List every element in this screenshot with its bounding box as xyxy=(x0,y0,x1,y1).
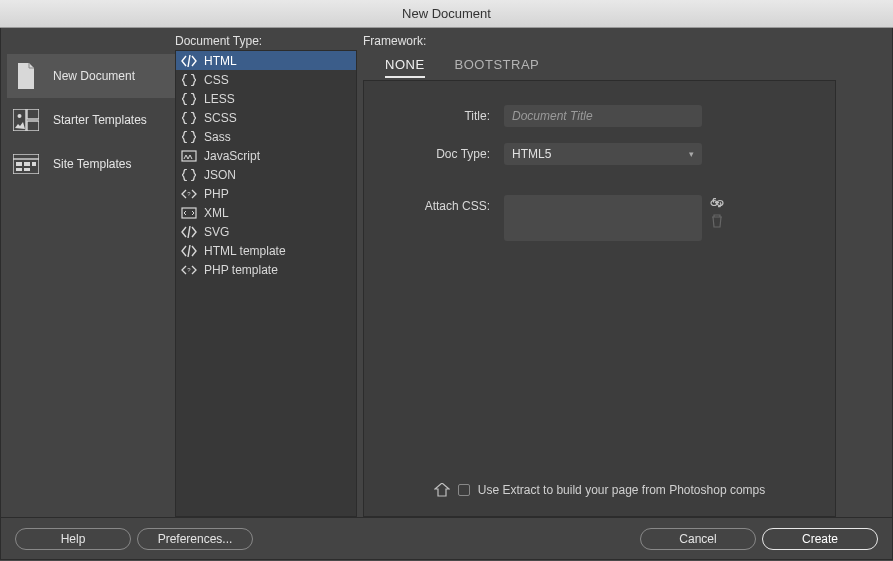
doctype-label: SCSS xyxy=(204,111,237,125)
doctype-label: HTML xyxy=(204,54,237,68)
extract-label: Use Extract to build your page from Phot… xyxy=(478,483,765,497)
doctype-item-scss[interactable]: SCSS xyxy=(176,108,356,127)
braces-icon xyxy=(180,168,198,182)
code-icon xyxy=(180,225,198,239)
braces-icon xyxy=(180,111,198,125)
chevron-down-icon: ▾ xyxy=(689,149,694,159)
doctype-item-svg[interactable]: SVG xyxy=(176,222,356,241)
doctype-label: XML xyxy=(204,206,229,220)
category-site-templates[interactable]: Site Templates xyxy=(7,142,175,186)
doctype-heading: Document Type: xyxy=(175,28,357,50)
extract-checkbox[interactable] xyxy=(458,484,470,496)
doctype-label: PHP xyxy=(204,187,229,201)
row-title: Title: xyxy=(364,105,835,127)
svg-rect-9 xyxy=(16,168,22,171)
braces-icon xyxy=(180,92,198,106)
framework-tabs: NONE BOOTSTRAP xyxy=(363,50,892,80)
doctype-select-value: HTML5 xyxy=(512,147,551,161)
doctype-label: SVG xyxy=(204,225,229,239)
templates-icon xyxy=(13,107,39,133)
category-label: New Document xyxy=(53,69,135,83)
braces-icon xyxy=(180,130,198,144)
link-css-icon[interactable] xyxy=(710,196,724,210)
doctype-label: LESS xyxy=(204,92,235,106)
category-label: Starter Templates xyxy=(53,113,147,127)
label-doctype: Doc Type: xyxy=(364,143,504,161)
doctype-label: Sass xyxy=(204,130,231,144)
window-titlebar: New Document xyxy=(0,0,893,28)
svg-text:?: ? xyxy=(187,191,191,197)
svg-text:?: ? xyxy=(187,267,191,273)
tab-none[interactable]: NONE xyxy=(385,57,425,78)
help-button[interactable]: Help xyxy=(15,528,131,550)
php-icon: ? xyxy=(180,263,198,277)
php-icon: ? xyxy=(180,187,198,201)
doctype-item-javascript[interactable]: JavaScript xyxy=(176,146,356,165)
doctype-item-sass[interactable]: Sass xyxy=(176,127,356,146)
extract-row: Use Extract to build your page from Phot… xyxy=(364,482,835,498)
category-sidebar: New Document Starter Templates Site Temp… xyxy=(1,28,175,517)
document-icon xyxy=(13,63,39,89)
js-icon xyxy=(180,149,198,163)
doctype-label: JSON xyxy=(204,168,236,182)
doctype-item-html-template[interactable]: HTML template xyxy=(176,241,356,260)
code-icon xyxy=(180,54,198,68)
create-button[interactable]: Create xyxy=(762,528,878,550)
doctype-item-json[interactable]: JSON xyxy=(176,165,356,184)
window-title: New Document xyxy=(402,6,491,21)
doctype-list[interactable]: HTML CSS LESS SCSS Sass JavaScript xyxy=(175,50,357,517)
label-title: Title: xyxy=(364,105,504,123)
label-attach-css: Attach CSS: xyxy=(364,195,504,213)
row-attach-css: Attach CSS: xyxy=(364,195,835,241)
dialog-footer: Help Preferences... Cancel Create xyxy=(0,518,893,560)
svg-rect-7 xyxy=(24,162,30,166)
category-new-document[interactable]: New Document xyxy=(7,54,175,98)
attach-css-list[interactable] xyxy=(504,195,702,241)
svg-rect-2 xyxy=(27,121,39,131)
framework-heading: Framework: xyxy=(363,28,892,50)
cancel-button[interactable]: Cancel xyxy=(640,528,756,550)
tab-bootstrap[interactable]: BOOTSTRAP xyxy=(455,57,540,78)
doctype-label: CSS xyxy=(204,73,229,87)
doctype-label: PHP template xyxy=(204,263,278,277)
svg-rect-6 xyxy=(16,162,22,166)
doctype-panel: Document Type: HTML CSS LESS SCSS Sass xyxy=(175,28,357,517)
code-icon xyxy=(180,244,198,258)
doctype-item-php-template[interactable]: ? PHP template xyxy=(176,260,356,279)
row-doctype: Doc Type: HTML5 ▾ xyxy=(364,143,835,165)
right-panel: Framework: NONE BOOTSTRAP Title: Doc Typ… xyxy=(357,28,892,517)
svg-point-3 xyxy=(18,114,22,118)
preferences-button[interactable]: Preferences... xyxy=(137,528,253,550)
site-icon xyxy=(13,151,39,177)
category-starter-templates[interactable]: Starter Templates xyxy=(7,98,175,142)
form-area: Title: Doc Type: HTML5 ▾ Attach CSS: xyxy=(363,80,836,517)
svg-rect-10 xyxy=(24,168,30,171)
doctype-select[interactable]: HTML5 ▾ xyxy=(504,143,702,165)
doctype-item-php[interactable]: ? PHP xyxy=(176,184,356,203)
doctype-item-css[interactable]: CSS xyxy=(176,70,356,89)
doctype-label: HTML template xyxy=(204,244,286,258)
category-label: Site Templates xyxy=(53,157,132,171)
doctype-item-xml[interactable]: XML xyxy=(176,203,356,222)
extract-icon xyxy=(434,482,450,498)
xml-icon xyxy=(180,206,198,220)
dialog-body: New Document Starter Templates Site Temp… xyxy=(0,28,893,518)
svg-rect-8 xyxy=(32,162,36,166)
attach-css-buttons xyxy=(702,195,724,228)
doctype-item-less[interactable]: LESS xyxy=(176,89,356,108)
braces-icon xyxy=(180,73,198,87)
trash-icon xyxy=(710,214,724,228)
title-input[interactable] xyxy=(504,105,702,127)
doctype-item-html[interactable]: HTML xyxy=(176,51,356,70)
svg-rect-1 xyxy=(27,109,39,119)
doctype-label: JavaScript xyxy=(204,149,260,163)
